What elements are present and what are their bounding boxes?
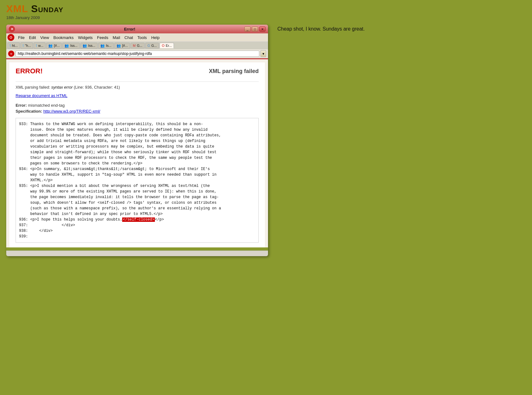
code-box[interactable]: 933: Thanks to the WHATWG work on defini… (16, 118, 259, 243)
tab-9[interactable]: G G... (145, 43, 159, 48)
browser-window: ✕ Error! _ □ ✕ O File Edit View Bookmark… (6, 25, 268, 256)
blog-header: XML Sunday 18th January 2009 (6, 3, 526, 20)
opera-logo-text: O (10, 36, 12, 39)
tab-7-label: [#... (122, 44, 128, 47)
tab-10-icon: O (162, 44, 165, 47)
title-bar: ✕ Error! _ □ ✕ (6, 25, 268, 33)
tab-5-label: Iss... (88, 44, 95, 47)
menu-edit[interactable]: Edit (27, 35, 38, 41)
tab-1[interactable]: t "h... (21, 42, 33, 49)
menu-bookmarks[interactable]: Bookmarks (51, 35, 75, 41)
tab-3[interactable]: 👥 [#... (46, 43, 62, 49)
tab-9-label: G... (151, 44, 157, 47)
error-msg-suffix: (Line: 936, Character: 41) (73, 85, 120, 90)
tab-4[interactable]: 👥 Iss... (62, 43, 79, 49)
tab-10[interactable]: O Er... (160, 43, 174, 48)
tab-9-icon: G (147, 44, 150, 47)
code-line-934: 934: <p>In summary, &lt;sarcasm&gt;thank… (19, 166, 255, 183)
tab-10-label: Er... (166, 44, 172, 47)
error-msg-italic: syntax error (51, 85, 73, 90)
tab-4-icon: 👥 (65, 44, 69, 48)
menu-help[interactable]: Help (149, 35, 161, 41)
spec-url-link[interactable]: http://www.w3.org/TR/REC-xml/ (43, 109, 100, 114)
maximize-button[interactable]: □ (252, 27, 258, 32)
minimize-button[interactable]: _ (244, 27, 251, 32)
tab-0-label: ht... (12, 44, 17, 47)
opera-logo[interactable]: O (7, 34, 14, 41)
menu-view[interactable]: View (38, 35, 51, 41)
tab-8[interactable]: M G... (131, 43, 145, 48)
error-detail-1: Error: mismatched end-tag (16, 103, 259, 108)
error-subtitle: XML parsing failed (209, 68, 259, 75)
tab-0[interactable]: t ht... (7, 42, 20, 49)
tab-1-icon: t (23, 43, 24, 48)
code-line-933: 933: Thanks to the WHATWG work on defini… (19, 121, 255, 166)
menu-chat[interactable]: Chat (122, 35, 135, 41)
tab-6-label: Is... (106, 44, 112, 47)
tab-7-icon: 👥 (117, 44, 121, 48)
self-closed-highlight: </self-closed> (122, 217, 155, 222)
tab-8-icon: M (133, 44, 136, 47)
menu-file[interactable]: File (16, 35, 26, 41)
code-line-938: 938: </div> (19, 228, 255, 234)
url-input[interactable] (16, 51, 259, 57)
menu-feeds[interactable]: Feeds (95, 35, 110, 41)
tab-3-label: [#... (54, 44, 60, 47)
content-area: ERROR! XML parsing failed XML parsing fa… (6, 58, 268, 247)
window-controls: _ □ ✕ (244, 27, 266, 32)
browser-icon: ✕ (9, 26, 15, 32)
tab-5-icon: 👥 (83, 44, 87, 48)
menu-mail[interactable]: Mail (111, 35, 122, 41)
url-dropdown-button[interactable]: ▼ (261, 50, 266, 57)
title-main: Sunday (28, 3, 63, 14)
tab-2-label: w... (38, 44, 44, 47)
menu-tools[interactable]: Tools (136, 35, 149, 41)
blog-title: XML Sunday (6, 3, 526, 15)
tab-3-icon: 👥 (48, 44, 53, 48)
tab-7[interactable]: 👥 [#... (114, 43, 130, 49)
tab-2[interactable]: t w... (34, 42, 46, 49)
code-line-939: 939: (19, 234, 255, 239)
tab-6-icon: 👥 (100, 44, 105, 48)
tab-2-icon: t (36, 43, 37, 48)
tab-5[interactable]: 👥 Iss... (80, 43, 98, 49)
chevron-down-icon: ▼ (262, 52, 265, 56)
tab-8-label: G... (137, 44, 142, 47)
address-bar: O ▼ (6, 49, 268, 58)
tabs-bar: t ht... t "h... t w... 👥 [#... 👥 Iss... … (6, 42, 268, 49)
title-bar-text: Error! (17, 27, 242, 32)
error-value: mismatched end-tag (28, 103, 65, 108)
error-header: ERROR! XML parsing failed (16, 67, 259, 75)
menu-bar: O File Edit View Bookmarks Widgets Feeds… (6, 33, 268, 42)
error-msg-prefix: XML parsing failed: (16, 85, 51, 90)
title-prefix: XML (6, 3, 28, 14)
close-button[interactable]: ✕ (259, 27, 266, 32)
tab-6[interactable]: 👥 Is... (98, 43, 114, 49)
spec-label: Specification: (16, 109, 42, 114)
error-divider (16, 81, 259, 82)
code-line-937: 937: </div> (19, 222, 255, 228)
tab-4-label: Iss... (70, 44, 77, 47)
code-line-935: 935: <p>I should mention a bit about the… (19, 183, 255, 217)
error-message: XML parsing failed: syntax error (Line: … (16, 85, 259, 90)
reparse-link[interactable]: Reparse document as HTML (16, 93, 259, 98)
tab-0-icon: t (10, 43, 11, 48)
error-page: ERROR! XML parsing failed XML parsing fa… (9, 62, 265, 247)
tab-1-label: "h... (25, 44, 31, 47)
error-detail-2: Specification: http://www.w3.org/TR/REC-… (16, 109, 259, 114)
opera-address-icon: O (8, 51, 14, 57)
sidebar-text: Cheap shot, I know. Sundays are great. (277, 25, 365, 256)
code-line-936: 936: <p>I hope this helps solving your d… (19, 217, 255, 222)
error-title: ERROR! (16, 67, 43, 75)
blog-date: 18th January 2009 (6, 15, 526, 20)
error-label-2: Error: (16, 103, 27, 108)
status-bar (6, 251, 268, 256)
menu-widgets[interactable]: Widgets (76, 35, 94, 41)
